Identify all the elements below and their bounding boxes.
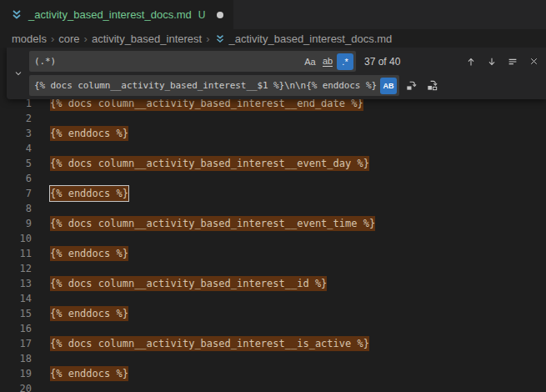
line-number: 9 [0,216,32,231]
editor-line[interactable]: 15 {% enddocs %} [0,306,546,321]
line-number: 16 [0,321,32,336]
line-number: 4 [0,141,32,156]
arrow-down-icon [486,56,498,68]
breadcrumb-item-activity-based-interest[interactable]: activity_based_interest [92,33,202,45]
find-previous-button[interactable] [462,53,480,71]
line-text: {% docs column__activity_based_interest_… [50,276,327,291]
line-number: 18 [0,351,32,366]
line-number: 8 [0,201,32,216]
editor-line[interactable]: 18 [0,351,546,366]
line-number: 7 [0,186,32,201]
replace-all-icon [426,79,438,92]
line-text: {% enddocs %} [50,366,128,381]
match-case-label: Aa [304,57,315,67]
editor-line[interactable]: 4 [0,141,546,156]
line-text: {% enddocs %} [50,126,128,141]
replace-button[interactable] [402,77,420,95]
line-number: 3 [0,126,32,141]
line-text: {% enddocs %} [50,306,128,321]
editor-line[interactable]: 13 {% docs column__activity_based_intere… [0,276,546,291]
line-text: {% docs column__activity_based_interest_… [50,156,369,171]
line-text: {% docs column__activity_based_interest_… [50,336,369,351]
editor-line[interactable]: 5 {% docs column__activity_based_interes… [0,156,546,171]
line-number: 17 [0,336,32,351]
find-next-button[interactable] [483,53,501,71]
find-row: Aa ab .* 37 of 40 [29,51,543,72]
chevron-down-icon [13,68,23,78]
line-number: 5 [0,156,32,171]
line-number: 19 [0,366,32,381]
preserve-case-label: AB [383,82,394,90]
editor-line[interactable]: 17 {% docs column__activity_based_intere… [0,336,546,351]
chevron-right-icon: › [206,33,209,45]
git-status-badge: U [198,9,206,21]
tab-bar: _activity_based_interest_docs.md U [0,0,546,29]
match-case-button[interactable]: Aa [302,53,318,70]
line-number: 10 [0,231,32,246]
find-input[interactable] [34,56,301,67]
editor-line[interactable]: 3 {% enddocs %} [0,126,546,141]
find-input-box: Aa ab .* [29,51,356,72]
line-number: 11 [0,246,32,261]
line-number: 13 [0,276,32,291]
editor[interactable]: 1 {% docs column__activity_based_interes… [0,48,546,392]
close-find-button[interactable] [524,53,543,71]
markdown-file-icon [10,8,23,22]
unsaved-changes-dot[interactable] [217,12,223,18]
line-text: {% enddocs %} [50,186,128,201]
line-number: 14 [0,291,32,306]
whole-word-label: ab [323,56,333,67]
replace-row: AB [29,75,543,96]
breadcrumb-item-core[interactable]: core [58,33,79,45]
replace-icon [405,79,418,92]
line-number: 2 [0,111,32,126]
replace-all-button[interactable] [423,77,441,95]
line-text: {% docs column__activity_based_interest_… [50,216,375,231]
breadcrumb: models › core › activity_based_interest … [0,29,546,48]
editor-line[interactable]: 6 [0,171,546,186]
find-results-count: 37 of 40 [364,56,400,68]
editor-line[interactable]: 10 [0,231,546,246]
line-number: 15 [0,306,32,321]
markdown-file-icon [214,33,226,45]
editor-line[interactable]: 16 [0,321,546,336]
line-number: 6 [0,171,32,186]
editor-line[interactable]: 12 [0,261,546,276]
selection-lines-icon [507,56,518,68]
breadcrumb-item-models[interactable]: models [12,33,47,45]
close-icon [528,56,539,67]
regex-button[interactable]: .* [337,53,353,70]
breadcrumb-item-filename[interactable]: _activity_based_interest_docs.md [229,33,393,45]
editor-line[interactable]: 14 [0,291,546,306]
toggle-replace-button[interactable] [7,51,29,96]
line-text: {% enddocs %} [50,246,128,261]
editor-line[interactable]: 7 {% enddocs %} [0,186,546,201]
whole-word-button[interactable]: ab [319,53,336,70]
editor-line[interactable]: 11 {% enddocs %} [0,246,546,261]
chevron-right-icon: › [51,33,54,45]
editor-tab[interactable]: _activity_based_interest_docs.md U [0,0,233,29]
editor-line[interactable]: 19 {% enddocs %} [0,366,546,381]
line-number: 20 [0,381,32,392]
regex-label: .* [342,57,348,67]
replace-input-box: AB [29,75,399,96]
preserve-case-button[interactable]: AB [380,78,397,94]
find-in-selection-button[interactable] [503,53,522,71]
line-number: 12 [0,261,32,276]
find-widget-body: Aa ab .* 37 of 40 [29,51,543,96]
arrow-up-icon [465,56,477,68]
chevron-right-icon: › [84,33,88,45]
editor-line[interactable]: 20 [0,381,546,392]
tab-filename: _activity_based_interest_docs.md [28,8,192,21]
editor-line[interactable]: 9 {% docs column__activity_based_interes… [0,216,546,231]
editor-line[interactable]: 8 [0,201,546,216]
replace-input[interactable] [34,80,379,91]
editor-line[interactable]: 2 [0,111,546,126]
find-replace-widget: Aa ab .* 37 of 40 [7,48,546,99]
